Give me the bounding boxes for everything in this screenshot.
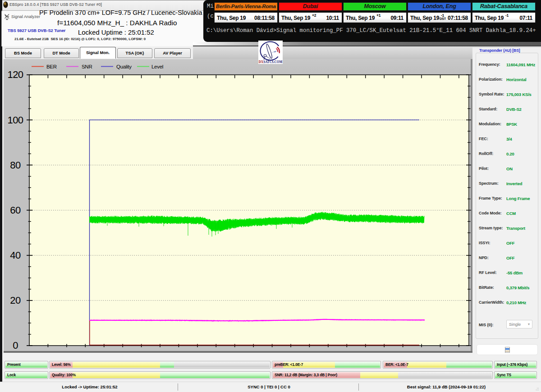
svg-text:DXSATCS.COM: DXSATCS.COM xyxy=(259,60,283,64)
svg-text:BER: BER xyxy=(46,64,57,69)
svg-text:100: 100 xyxy=(7,114,23,126)
svg-text:120: 120 xyxy=(7,69,23,80)
svg-text:SNR: SNR xyxy=(82,64,92,69)
svg-text:Level: Level xyxy=(151,64,163,69)
svg-text:40: 40 xyxy=(10,250,21,261)
svg-text:80: 80 xyxy=(10,160,21,171)
svg-text:60: 60 xyxy=(10,205,21,216)
svg-text:Quality: Quality xyxy=(116,64,132,69)
svg-text:0: 0 xyxy=(13,340,18,351)
svg-text:20: 20 xyxy=(10,295,21,306)
